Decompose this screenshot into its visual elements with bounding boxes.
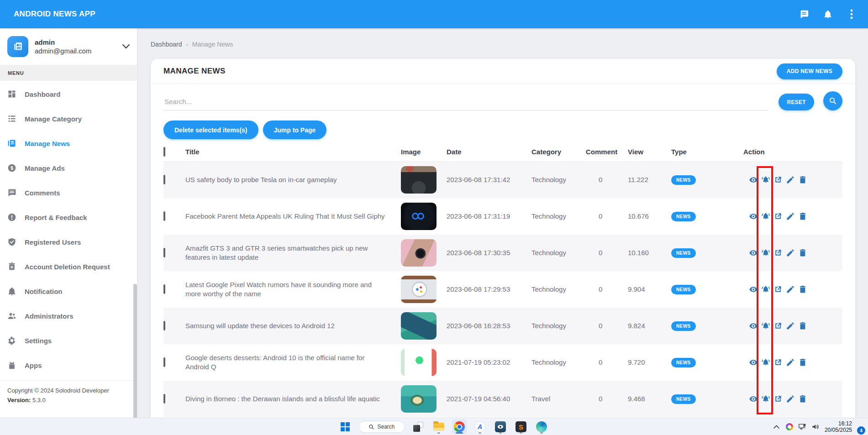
push-notification-bell-icon[interactable] bbox=[761, 394, 770, 404]
volume-icon[interactable] bbox=[811, 423, 820, 431]
news-comment-count: 0 bbox=[586, 321, 628, 330]
preview-eye-icon[interactable] bbox=[749, 175, 758, 184]
open-external-icon[interactable] bbox=[773, 394, 783, 404]
push-notification-bell-icon[interactable] bbox=[761, 321, 770, 330]
sidebar-item-settings[interactable]: Settings bbox=[0, 328, 137, 353]
sidebar-item-administrators[interactable]: Administrators bbox=[0, 304, 137, 328]
sidebar-item-registered-users[interactable]: Registered Users bbox=[0, 230, 137, 254]
dashboard-grid-icon bbox=[7, 89, 17, 99]
taskbar-search[interactable]: Search bbox=[358, 421, 405, 433]
edit-pencil-icon[interactable] bbox=[786, 212, 795, 221]
breadcrumb-manage-news: Manage News bbox=[192, 41, 233, 48]
search-icon bbox=[829, 97, 837, 105]
sidebar-item-manage-news[interactable]: Manage News bbox=[0, 131, 137, 156]
search-icon bbox=[368, 424, 374, 430]
preview-eye-icon[interactable] bbox=[749, 248, 758, 257]
breadcrumb-dashboard[interactable]: Dashboard bbox=[151, 41, 182, 48]
open-external-icon[interactable] bbox=[773, 175, 783, 184]
sidebar-item-notification[interactable]: Notification bbox=[0, 279, 137, 304]
sidebar-item-manage-ads[interactable]: $ Manage Ads bbox=[0, 156, 137, 180]
row-actions bbox=[743, 248, 842, 257]
chevron-down-icon bbox=[122, 42, 130, 51]
news-comment-count: 0 bbox=[586, 248, 628, 257]
edit-pencil-icon[interactable] bbox=[786, 248, 795, 257]
push-notification-bell-icon[interactable] bbox=[761, 285, 770, 294]
push-notification-bell-icon[interactable] bbox=[761, 358, 770, 367]
add-new-news-button[interactable]: ADD NEW NEWS bbox=[777, 63, 842, 79]
push-notification-bell-icon[interactable] bbox=[761, 212, 770, 221]
delete-trash-icon[interactable] bbox=[798, 248, 807, 257]
sidebar-scrollbar[interactable] bbox=[133, 284, 137, 421]
sidebar-item-manage-category[interactable]: Manage Category bbox=[0, 106, 137, 131]
reset-button[interactable]: RESET bbox=[779, 94, 814, 110]
file-explorer-button[interactable] bbox=[431, 419, 446, 434]
delete-trash-icon[interactable] bbox=[798, 212, 807, 221]
delete-trash-icon[interactable] bbox=[798, 285, 807, 294]
sidebar-item-apps[interactable]: Apps bbox=[0, 353, 137, 377]
row-checkbox[interactable] bbox=[163, 284, 165, 294]
start-button[interactable] bbox=[338, 419, 352, 434]
chrome-button[interactable] bbox=[452, 419, 467, 434]
delete-trash-icon[interactable] bbox=[798, 175, 807, 184]
open-external-icon[interactable] bbox=[773, 321, 783, 330]
app-a-button[interactable]: A bbox=[473, 419, 487, 434]
news-date: 2023-06-08 17:31:42 bbox=[447, 175, 531, 184]
taskbar-apps: Search A S bbox=[338, 418, 549, 435]
select-all-checkbox[interactable] bbox=[163, 147, 165, 157]
row-checkbox[interactable] bbox=[163, 321, 165, 330]
task-view-button[interactable] bbox=[411, 419, 426, 434]
chevron-up-icon[interactable] bbox=[773, 423, 781, 431]
edit-pencil-icon[interactable] bbox=[786, 321, 795, 330]
blue-tile-app-button[interactable] bbox=[493, 419, 508, 434]
preview-eye-icon[interactable] bbox=[749, 285, 758, 294]
delete-trash-icon[interactable] bbox=[798, 358, 807, 367]
sidebar-item-comments[interactable]: Comments bbox=[0, 180, 137, 205]
push-notification-bell-icon[interactable] bbox=[761, 175, 770, 184]
edit-pencil-icon[interactable] bbox=[786, 175, 795, 184]
open-external-icon[interactable] bbox=[773, 358, 783, 367]
row-checkbox[interactable] bbox=[163, 211, 165, 221]
notification-count-badge[interactable]: 4 bbox=[857, 426, 865, 435]
edit-pencil-icon[interactable] bbox=[786, 394, 795, 404]
version-text: Version: 5.3.0 bbox=[7, 397, 130, 404]
jump-to-page-button[interactable]: Jump to Page bbox=[263, 121, 327, 139]
sidebar-item-dashboard[interactable]: Dashboard bbox=[0, 82, 137, 106]
kebab-menu-icon[interactable] bbox=[846, 9, 857, 20]
sublime-text-button[interactable]: S bbox=[514, 419, 528, 434]
color-wheel-tray-icon[interactable] bbox=[786, 423, 793, 430]
main-content: Dashboard › Manage News MANAGE NEWS ADD … bbox=[137, 28, 868, 418]
push-notification-bell-icon[interactable] bbox=[761, 248, 770, 257]
row-checkbox[interactable] bbox=[163, 394, 165, 404]
running-indicator bbox=[499, 432, 502, 434]
row-checkbox[interactable] bbox=[163, 248, 165, 257]
news-date: 2021-07-19 04:56:40 bbox=[447, 394, 531, 404]
edit-pencil-icon[interactable] bbox=[786, 358, 795, 367]
chrome-icon bbox=[454, 421, 465, 432]
open-external-icon[interactable] bbox=[773, 248, 783, 257]
search-input[interactable] bbox=[163, 93, 768, 110]
messages-icon[interactable] bbox=[799, 9, 810, 20]
row-checkbox[interactable] bbox=[163, 357, 165, 367]
profile-dropdown[interactable]: admin admin@gmail.com bbox=[0, 28, 137, 65]
news-title: Facebook Parent Meta Appeals UK Ruling T… bbox=[185, 212, 401, 221]
network-ethernet-icon[interactable] bbox=[798, 423, 806, 431]
open-external-icon[interactable] bbox=[773, 212, 783, 221]
sidebar-item-report-feedback[interactable]: Report & Feedback bbox=[0, 205, 137, 230]
delete-trash-icon[interactable] bbox=[798, 321, 807, 330]
preview-eye-icon[interactable] bbox=[749, 394, 758, 404]
edge-button[interactable] bbox=[534, 419, 549, 434]
taskbar-clock[interactable]: 16:12 20/05/2025 bbox=[825, 420, 852, 433]
open-external-icon[interactable] bbox=[773, 285, 783, 294]
edit-pencil-icon[interactable] bbox=[786, 285, 795, 294]
preview-eye-icon[interactable] bbox=[749, 212, 758, 221]
sidebar-item-account-deletion-request[interactable]: Account Deletion Request bbox=[0, 254, 137, 279]
search-button[interactable] bbox=[823, 91, 842, 110]
delete-trash-icon[interactable] bbox=[798, 394, 807, 404]
preview-eye-icon[interactable] bbox=[749, 321, 758, 330]
notifications-icon[interactable] bbox=[822, 9, 833, 20]
delete-selected-button[interactable]: Delete selected items(s) bbox=[163, 121, 258, 139]
row-checkbox[interactable] bbox=[163, 175, 165, 184]
news-category: Technology bbox=[531, 321, 586, 330]
preview-eye-icon[interactable] bbox=[749, 358, 758, 367]
row-actions bbox=[743, 175, 842, 184]
